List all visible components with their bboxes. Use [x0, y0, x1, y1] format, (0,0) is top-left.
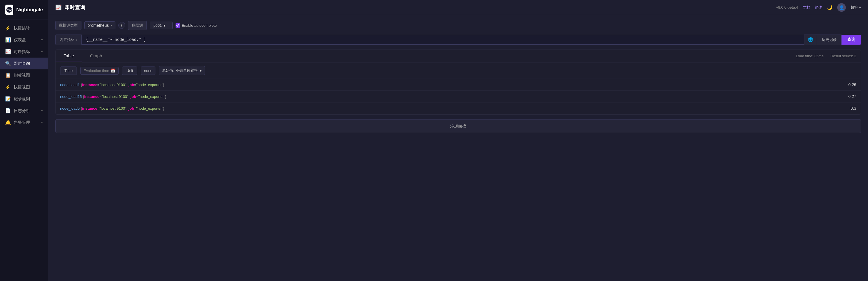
tab-table[interactable]: Table	[56, 50, 82, 62]
content-area: 数据源类型 prometheus ▾ ℹ 数据源 p001 ▾ Enable a…	[48, 15, 868, 281]
breadcrumb-arrow: ›	[76, 38, 78, 41]
nav-icon-alert-mgmt: 🔔	[5, 120, 11, 125]
label-val: "node_exporter"	[138, 94, 165, 99]
sidebar-item-recording-rules[interactable]: 📝 记录规则	[0, 93, 48, 105]
page-title: 即时查询	[64, 4, 776, 11]
logo: Nightingale	[0, 0, 48, 20]
eval-time-input[interactable]: Evaluation time 📅	[80, 67, 119, 74]
query-input[interactable]	[82, 35, 804, 44]
nav-arrow-alert-mgmt: ▾	[41, 121, 43, 124]
sidebar-item-dashboard[interactable]: 📊 仪表盘 ▾	[0, 34, 48, 46]
unit-convert-select[interactable]: 原始值, 不做单位转换 ▾	[159, 66, 205, 75]
nav-icon-timeseries: 📈	[5, 49, 11, 55]
nav-label-metric-view: 指标视图	[14, 73, 30, 78]
breadcrumb-label: 内置指标	[60, 37, 74, 42]
metric-value: 0.27	[848, 94, 856, 99]
nav-label-log-analysis: 日志分析	[14, 108, 30, 114]
nav-label-quick-jump: 快捷跳转	[14, 26, 30, 31]
nav-icon-instant-query: 🔍	[5, 61, 11, 66]
nav-arrow-log-analysis: ▾	[41, 109, 43, 113]
label-key: job	[131, 94, 136, 99]
close-brace: }	[163, 83, 164, 87]
unit-select[interactable]: none	[141, 66, 155, 75]
nav-label-instant-query: 即时查询	[14, 61, 30, 66]
label-key: instance	[82, 83, 97, 87]
breadcrumb-button[interactable]: 内置指标 ›	[55, 35, 82, 45]
load-time: Load time: 35ms	[796, 54, 824, 58]
nav-icon-metric-view: 📋	[5, 72, 11, 78]
avatar[interactable]: 👤	[837, 3, 846, 12]
lang-link[interactable]: 简体	[815, 5, 822, 10]
header-icon: 📈	[55, 4, 62, 11]
datasource-type-select[interactable]: prometheus ▾	[84, 21, 115, 29]
label-val: "node_exporter"	[136, 106, 163, 111]
table-row[interactable]: node_load15 { instance = "localhost:9100…	[56, 91, 861, 102]
nav-label-dashboard: 仪表盘	[14, 37, 26, 42]
sidebar: Nightingale ⚡ 快捷跳转 📊 仪表盘 ▾ 📈 时序指标 ▾ 🔍 即时…	[0, 0, 48, 281]
autocomplete-checkbox[interactable]	[176, 23, 180, 28]
label-val: "localhost:9100"	[102, 94, 128, 99]
info-button[interactable]: ℹ	[118, 22, 125, 29]
header: 📈 即时查询 v8.0.0-beta.4 文档 简体 🌙 👤 超管 ▾	[48, 0, 868, 15]
unit-button[interactable]: Unit	[122, 66, 137, 75]
metric-value: 0.26	[848, 82, 856, 87]
nav-arrow-timeseries: ▾	[41, 50, 43, 54]
label-key: instance	[84, 94, 100, 99]
time-button[interactable]: Time	[60, 66, 77, 75]
user-menu[interactable]: 超管 ▾	[850, 5, 861, 10]
sidebar-item-alert-mgmt[interactable]: 🔔 告警管理 ▾	[0, 117, 48, 128]
label-eq: =	[134, 106, 136, 111]
metric-name: node_load1	[60, 83, 80, 87]
label-val: "localhost:9100"	[100, 83, 126, 87]
nav-label-quick-view: 快捷视图	[14, 85, 30, 90]
tabs-row: Table Graph Load time: 35ms Result serie…	[56, 50, 861, 62]
label-eq: =	[134, 83, 136, 87]
sidebar-item-log-analysis[interactable]: 📄 日志分析 ▾	[0, 105, 48, 117]
logo-text: Nightingale	[16, 7, 43, 13]
query-actions: 🌐 历史记录 查询	[804, 35, 861, 45]
add-panel-label: 添加面板	[450, 124, 466, 129]
logo-icon	[5, 5, 13, 15]
label-key: instance	[82, 106, 97, 111]
result-series: Result series: 3	[830, 54, 856, 58]
version-label: v8.0.0-beta.4	[776, 5, 798, 9]
sidebar-item-quick-view[interactable]: ⚡ 快捷视图	[0, 81, 48, 93]
datasource-type-value: prometheus	[88, 23, 109, 28]
calendar-icon: 📅	[111, 68, 115, 73]
datasource-arrow: ▾	[163, 23, 165, 28]
sidebar-nav: ⚡ 快捷跳转 📊 仪表盘 ▾ 📈 时序指标 ▾ 🔍 即时查询 📋 指标视图 ⚡ …	[0, 20, 48, 281]
label-eq: =	[97, 106, 100, 111]
globe-button[interactable]: 🌐	[804, 35, 817, 45]
datasource-type-arrow: ▾	[111, 24, 112, 27]
label-key: job	[128, 106, 134, 111]
convert-label: 原始值, 不做单位转换	[162, 68, 198, 73]
label-eq: =	[136, 94, 138, 99]
label-val: "localhost:9100"	[100, 106, 126, 111]
datasource-select[interactable]: p001 ▾	[150, 22, 173, 29]
table-row[interactable]: node_load1 { instance = "localhost:9100"…	[56, 79, 861, 91]
table-row[interactable]: node_load5 { instance = "localhost:9100"…	[56, 102, 861, 114]
sidebar-item-timeseries[interactable]: 📈 时序指标 ▾	[0, 46, 48, 58]
query-button[interactable]: 查询	[841, 35, 861, 44]
autocomplete-checkbox-wrap[interactable]: Enable autocomplete	[176, 23, 217, 28]
user-dropdown-icon: ▾	[859, 5, 861, 9]
sidebar-item-metric-view[interactable]: 📋 指标视图	[0, 69, 48, 81]
datasource-label: 数据源	[128, 21, 147, 30]
nav-label-recording-rules: 记录规则	[14, 96, 30, 102]
label-comma: ,	[128, 94, 129, 99]
sidebar-item-quick-jump[interactable]: ⚡ 快捷跳转	[0, 22, 48, 34]
docs-link[interactable]: 文档	[803, 5, 810, 10]
nav-arrow-dashboard: ▾	[41, 38, 43, 42]
close-brace: }	[165, 94, 166, 99]
label-eq: =	[99, 94, 102, 99]
datasource-value: p001	[153, 23, 162, 28]
history-button[interactable]: 历史记录	[817, 35, 841, 45]
theme-toggle-button[interactable]: 🌙	[827, 5, 833, 10]
close-brace: }	[163, 106, 164, 111]
metric-value: 0.3	[851, 106, 856, 111]
add-panel-button[interactable]: 添加面板	[55, 119, 861, 133]
tab-graph[interactable]: Graph	[82, 50, 110, 62]
autocomplete-label: Enable autocomplete	[182, 23, 217, 28]
sidebar-item-instant-query[interactable]: 🔍 即时查询	[0, 58, 48, 69]
nav-icon-quick-jump: ⚡	[5, 25, 11, 31]
